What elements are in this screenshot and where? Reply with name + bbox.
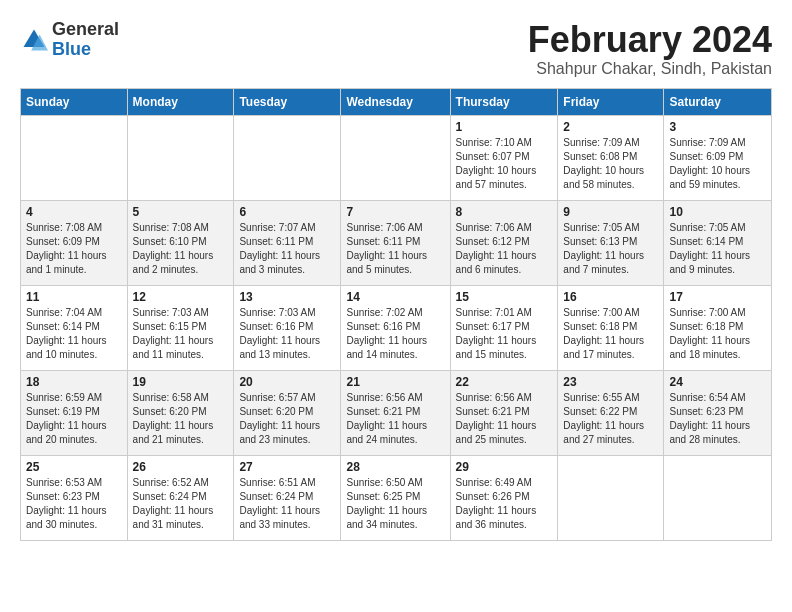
calendar-cell: 4Sunrise: 7:08 AMSunset: 6:09 PMDaylight… [21,200,128,285]
day-info: Sunrise: 7:00 AMSunset: 6:18 PMDaylight:… [563,306,658,362]
day-info: Sunrise: 6:51 AMSunset: 6:24 PMDaylight:… [239,476,335,532]
day-number: 18 [26,375,122,389]
day-number: 12 [133,290,229,304]
calendar-cell [127,115,234,200]
month-title: February 2024 [528,20,772,60]
calendar-cell: 15Sunrise: 7:01 AMSunset: 6:17 PMDayligh… [450,285,558,370]
day-number: 29 [456,460,553,474]
day-number: 25 [26,460,122,474]
col-wednesday: Wednesday [341,88,450,115]
day-info: Sunrise: 7:07 AMSunset: 6:11 PMDaylight:… [239,221,335,277]
calendar-cell: 21Sunrise: 6:56 AMSunset: 6:21 PMDayligh… [341,370,450,455]
calendar-cell: 1Sunrise: 7:10 AMSunset: 6:07 PMDaylight… [450,115,558,200]
calendar-cell [664,455,772,540]
calendar-cell: 2Sunrise: 7:09 AMSunset: 6:08 PMDaylight… [558,115,664,200]
day-info: Sunrise: 6:56 AMSunset: 6:21 PMDaylight:… [456,391,553,447]
day-number: 17 [669,290,766,304]
calendar-cell: 28Sunrise: 6:50 AMSunset: 6:25 PMDayligh… [341,455,450,540]
day-info: Sunrise: 6:59 AMSunset: 6:19 PMDaylight:… [26,391,122,447]
day-number: 28 [346,460,444,474]
day-info: Sunrise: 7:01 AMSunset: 6:17 PMDaylight:… [456,306,553,362]
col-saturday: Saturday [664,88,772,115]
day-info: Sunrise: 6:49 AMSunset: 6:26 PMDaylight:… [456,476,553,532]
day-number: 11 [26,290,122,304]
calendar-cell: 9Sunrise: 7:05 AMSunset: 6:13 PMDaylight… [558,200,664,285]
day-number: 3 [669,120,766,134]
day-number: 13 [239,290,335,304]
calendar-cell [341,115,450,200]
calendar-cell: 10Sunrise: 7:05 AMSunset: 6:14 PMDayligh… [664,200,772,285]
col-sunday: Sunday [21,88,128,115]
calendar-cell [558,455,664,540]
calendar-cell: 27Sunrise: 6:51 AMSunset: 6:24 PMDayligh… [234,455,341,540]
day-number: 5 [133,205,229,219]
day-number: 19 [133,375,229,389]
calendar-cell: 7Sunrise: 7:06 AMSunset: 6:11 PMDaylight… [341,200,450,285]
day-number: 20 [239,375,335,389]
day-number: 8 [456,205,553,219]
day-info: Sunrise: 7:06 AMSunset: 6:12 PMDaylight:… [456,221,553,277]
day-info: Sunrise: 7:09 AMSunset: 6:08 PMDaylight:… [563,136,658,192]
day-number: 23 [563,375,658,389]
location: Shahpur Chakar, Sindh, Pakistan [528,60,772,78]
calendar-cell: 16Sunrise: 7:00 AMSunset: 6:18 PMDayligh… [558,285,664,370]
calendar-cell: 22Sunrise: 6:56 AMSunset: 6:21 PMDayligh… [450,370,558,455]
logo-icon [20,26,48,54]
day-number: 7 [346,205,444,219]
logo-text: General Blue [52,20,119,60]
calendar-week-2: 4Sunrise: 7:08 AMSunset: 6:09 PMDaylight… [21,200,772,285]
day-info: Sunrise: 7:04 AMSunset: 6:14 PMDaylight:… [26,306,122,362]
calendar-cell: 19Sunrise: 6:58 AMSunset: 6:20 PMDayligh… [127,370,234,455]
day-info: Sunrise: 7:09 AMSunset: 6:09 PMDaylight:… [669,136,766,192]
calendar-cell: 3Sunrise: 7:09 AMSunset: 6:09 PMDaylight… [664,115,772,200]
page-header: General Blue February 2024 Shahpur Chaka… [20,20,772,78]
day-number: 14 [346,290,444,304]
day-number: 26 [133,460,229,474]
day-info: Sunrise: 6:57 AMSunset: 6:20 PMDaylight:… [239,391,335,447]
day-info: Sunrise: 6:58 AMSunset: 6:20 PMDaylight:… [133,391,229,447]
calendar-cell: 5Sunrise: 7:08 AMSunset: 6:10 PMDaylight… [127,200,234,285]
day-number: 15 [456,290,553,304]
calendar-cell: 13Sunrise: 7:03 AMSunset: 6:16 PMDayligh… [234,285,341,370]
day-info: Sunrise: 6:52 AMSunset: 6:24 PMDaylight:… [133,476,229,532]
calendar-cell: 24Sunrise: 6:54 AMSunset: 6:23 PMDayligh… [664,370,772,455]
day-number: 10 [669,205,766,219]
logo-blue: Blue [52,40,119,60]
day-number: 6 [239,205,335,219]
day-info: Sunrise: 7:05 AMSunset: 6:14 PMDaylight:… [669,221,766,277]
day-info: Sunrise: 6:55 AMSunset: 6:22 PMDaylight:… [563,391,658,447]
day-number: 2 [563,120,658,134]
calendar-cell [234,115,341,200]
calendar-table: Sunday Monday Tuesday Wednesday Thursday… [20,88,772,541]
calendar-cell [21,115,128,200]
calendar-cell: 11Sunrise: 7:04 AMSunset: 6:14 PMDayligh… [21,285,128,370]
day-number: 9 [563,205,658,219]
calendar-week-3: 11Sunrise: 7:04 AMSunset: 6:14 PMDayligh… [21,285,772,370]
day-info: Sunrise: 7:05 AMSunset: 6:13 PMDaylight:… [563,221,658,277]
col-tuesday: Tuesday [234,88,341,115]
calendar-week-1: 1Sunrise: 7:10 AMSunset: 6:07 PMDaylight… [21,115,772,200]
col-thursday: Thursday [450,88,558,115]
day-info: Sunrise: 7:10 AMSunset: 6:07 PMDaylight:… [456,136,553,192]
calendar-cell: 26Sunrise: 6:52 AMSunset: 6:24 PMDayligh… [127,455,234,540]
calendar-cell: 8Sunrise: 7:06 AMSunset: 6:12 PMDaylight… [450,200,558,285]
day-info: Sunrise: 7:02 AMSunset: 6:16 PMDaylight:… [346,306,444,362]
day-number: 21 [346,375,444,389]
calendar-week-5: 25Sunrise: 6:53 AMSunset: 6:23 PMDayligh… [21,455,772,540]
calendar-cell: 6Sunrise: 7:07 AMSunset: 6:11 PMDaylight… [234,200,341,285]
calendar-cell: 18Sunrise: 6:59 AMSunset: 6:19 PMDayligh… [21,370,128,455]
day-number: 24 [669,375,766,389]
day-info: Sunrise: 6:53 AMSunset: 6:23 PMDaylight:… [26,476,122,532]
calendar-cell: 14Sunrise: 7:02 AMSunset: 6:16 PMDayligh… [341,285,450,370]
day-info: Sunrise: 6:56 AMSunset: 6:21 PMDaylight:… [346,391,444,447]
day-info: Sunrise: 7:03 AMSunset: 6:15 PMDaylight:… [133,306,229,362]
title-block: February 2024 Shahpur Chakar, Sindh, Pak… [528,20,772,78]
logo-general: General [52,20,119,40]
calendar-header-row: Sunday Monday Tuesday Wednesday Thursday… [21,88,772,115]
day-info: Sunrise: 6:54 AMSunset: 6:23 PMDaylight:… [669,391,766,447]
day-number: 16 [563,290,658,304]
calendar-cell: 17Sunrise: 7:00 AMSunset: 6:18 PMDayligh… [664,285,772,370]
day-number: 22 [456,375,553,389]
calendar-cell: 20Sunrise: 6:57 AMSunset: 6:20 PMDayligh… [234,370,341,455]
day-number: 4 [26,205,122,219]
